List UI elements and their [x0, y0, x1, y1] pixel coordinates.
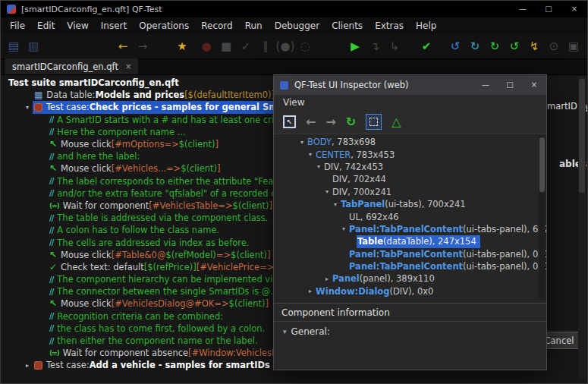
expand-toggle-icon[interactable]: ▾ [22, 104, 33, 111]
menu-file[interactable]: File [4, 20, 31, 31]
dom-tree-row[interactable]: Table (dataTable), 247x154 [274, 235, 546, 247]
text-segment: Data table: [46, 90, 95, 100]
dom-tree-row[interactable]: Panel:TabPanelContent (ui-tabs-panel), 0… [274, 260, 546, 272]
text-segment: A colon has to follow the class name. [57, 225, 219, 235]
dom-tree-row[interactable]: ▾CENTER, 783x453 [274, 148, 546, 160]
dom-tree-row[interactable]: ▾DIV, 700x241 [274, 186, 546, 198]
record-insertion-mark-icon[interactable]: ★ [172, 35, 192, 58]
text-segment: UL, 692x46 [349, 212, 399, 222]
expand-toggle-icon[interactable]: ▾ [297, 139, 307, 146]
dom-tree-row[interactable]: ▾Panel:TabPanelContent (ui-tabs-panel), … [274, 223, 546, 235]
menu-operations[interactable]: Operations [133, 20, 195, 31]
expand-toggle-icon[interactable]: ▾ [306, 151, 315, 158]
nav-forward-icon[interactable]: → [325, 115, 335, 130]
tree-row-content: //The connector between the single Smart… [48, 285, 277, 297]
inspector-maximize-button[interactable]: □ [498, 75, 522, 95]
inspector-scrollbar-thumb[interactable] [539, 137, 545, 192]
maximize-button[interactable]: □ [536, 1, 561, 17]
expand-toggle-icon[interactable]: ▸ [322, 275, 332, 282]
inspector-close-button[interactable]: × [522, 75, 546, 95]
record-components-icon[interactable]: ◌ [295, 35, 315, 58]
stop-recording-icon[interactable]: ■ [216, 35, 236, 58]
menu-insert[interactable]: Insert [95, 20, 133, 31]
main-scrollbar-thumb[interactable] [579, 79, 585, 193]
step-over-icon[interactable]: ↳ [385, 35, 404, 58]
clean-runtime-icon[interactable]: ↺ [505, 35, 524, 58]
run-test-icon[interactable]: ▶ [345, 35, 365, 58]
text-segment: The connector between the single SmartID… [57, 286, 273, 297]
menu-run[interactable]: Run [239, 20, 269, 31]
step-in-icon[interactable]: ↴ [365, 35, 385, 58]
tab-smartidcarconfig[interactable]: smartIDCarconfig_en.qft × [5, 58, 138, 74]
testcase-icon [34, 103, 42, 112]
back-icon[interactable]: ← [113, 35, 133, 58]
undo-all-icon[interactable]: ↺ [445, 35, 465, 58]
text-segment: Check text: default [61, 262, 144, 272]
new-testsuite-icon[interactable]: ▤ [4, 35, 24, 58]
refresh-icon[interactable]: ↻ [346, 115, 356, 130]
dom-tree-row[interactable]: Panel:TabPanelContent (ui-tabs-panel), 0… [274, 248, 546, 260]
record-icon[interactable]: ● [197, 35, 216, 58]
forward-icon[interactable]: → [133, 35, 153, 58]
dom-tree-row[interactable]: ▾TabPanel (ui-tabs), 700x241 [274, 198, 546, 210]
dom-tree-row[interactable]: ▸Window:Dialog (DIV), 0x0 [274, 285, 546, 297]
comment-icon: // [49, 189, 53, 197]
menu-clients[interactable]: Clients [325, 20, 369, 31]
inspector-scrollbar[interactable] [539, 136, 546, 300]
nav-back-icon[interactable]: ← [306, 115, 316, 130]
menu-extras[interactable]: Extras [369, 20, 410, 31]
text-segment: (DIV), 0x0 [390, 286, 434, 297]
inspector-minimize-button[interactable]: — [473, 75, 498, 95]
run-checks-icon[interactable]: ✔ [417, 35, 436, 58]
show-changes-icon[interactable]: △ [391, 115, 401, 130]
pick-component-icon[interactable]: ↖ [283, 115, 296, 128]
mouse-icon: ↖ [49, 250, 57, 260]
text-segment: The table is addressed via the component… [57, 212, 268, 223]
expand-toggle-icon[interactable]: ▾ [339, 225, 348, 232]
expand-toggle-icon[interactable]: ▸ [306, 288, 315, 294]
reload-icon[interactable]: ↻ [465, 35, 485, 58]
options-icon[interactable]: ⊙ [544, 35, 564, 58]
inspector-menu-view[interactable]: View [277, 97, 310, 108]
general-section-toggle[interactable]: ▾ General: [274, 322, 546, 342]
text-segment: [$(defaultIterItem0)] [184, 90, 275, 100]
record-check-icon[interactable]: ✓ [236, 35, 256, 58]
mouse-icon: ↖ [49, 298, 57, 309]
dom-tree-row[interactable]: ▾DIV, 742x453 [274, 161, 546, 173]
tab-close-icon[interactable]: × [125, 62, 131, 71]
expand-toggle-icon[interactable]: ▾ [314, 163, 323, 170]
menu-help[interactable]: Help [410, 20, 442, 31]
close-button[interactable]: × [561, 1, 587, 17]
expand-toggle-icon[interactable]: ▸ [22, 362, 33, 369]
restart-clients-icon[interactable]: ↻ [485, 35, 505, 58]
menu-edit[interactable]: Edit [31, 20, 61, 31]
menu-debugger[interactable]: Debugger [269, 20, 325, 31]
text-segment: [#mOptions=> [112, 139, 179, 150]
dom-tree-row[interactable]: ▾BODY, 783x698 [274, 136, 546, 148]
tree-row-content: //The label corresponds to either the at… [48, 175, 299, 187]
client-window-icon[interactable]: ▣ [564, 35, 583, 58]
menu-view[interactable]: View [61, 20, 94, 31]
expand-toggle-icon[interactable]: ▾ [322, 188, 332, 195]
testcase-icon [34, 361, 42, 370]
expand-toggle-icon[interactable]: ▾ [331, 201, 340, 208]
dom-tree-row-content: Panel:TabPanelContent (ui-tabs-panel), 0… [348, 248, 546, 260]
text-segment: Mouse click [61, 139, 112, 150]
highlight-components-toggle-icon[interactable] [366, 114, 382, 130]
quick-start-icon[interactable]: ↯ [524, 35, 544, 58]
tree-row-content: //Here the component name ... [48, 126, 190, 138]
dom-tree-row[interactable]: UL, 692x46 [274, 210, 546, 222]
menu-record[interactable]: Record [195, 20, 238, 31]
main-vertical-scrollbar[interactable] [578, 77, 586, 379]
text-segment: then either the component name or the la… [57, 335, 257, 346]
pause-recording-icon[interactable]: ∥ [256, 35, 275, 58]
record-procedure-icon[interactable]: (●) [275, 35, 295, 58]
tree-row-content: //A colon has to follow the class name. [48, 224, 223, 236]
text-segment: Recognition criteria can be combined: [57, 311, 223, 322]
minimize-button[interactable]: — [510, 1, 536, 17]
open-testsuite-icon[interactable]: ▥ [24, 35, 43, 58]
inspector-title: QF-Test UI Inspector (web) [294, 80, 473, 90]
tree-row-content: ↖Mouse click [#VehiclesDialog@#OK=>$(cli… [48, 297, 272, 310]
dom-tree-row[interactable]: DIV, 702x44 [274, 173, 546, 185]
dom-tree-row[interactable]: ▸Panel (panel), 389x110 [274, 272, 546, 285]
